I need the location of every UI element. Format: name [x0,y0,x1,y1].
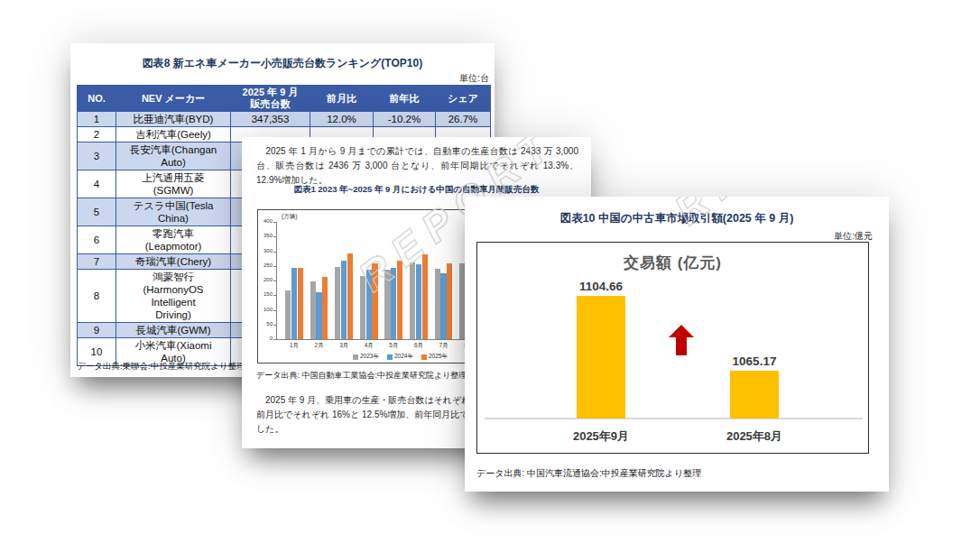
bar-2023年-3月 [335,267,340,339]
table-cell: 長城汽車(GWM) [116,323,231,338]
legend-label: 2023年 [360,353,379,361]
transaction-chart-frame: 交易額 (亿元) 1104.662025年9月1065.172025年8月 [476,242,869,454]
table-cell: 6 [78,226,116,254]
table-cell: 比亜迪汽車(BYD) [116,112,231,127]
y-axis-tick-label: 350 [258,233,273,238]
bar-2024年-5月 [391,268,396,339]
table-cell: 8 [78,270,116,323]
figure10-title: 図表10 中国の中古車市場取引額(2025 年 9 月) [465,211,889,226]
legend-label: 2024年 [394,353,413,361]
legend-swatch [353,354,358,360]
legend-item: 2024年 [387,353,413,361]
report-pages-canvas: 図表8 新エネ車メーカー小売販売台数ランキング(TOP10) 単位:台 NO.N… [0,0,980,552]
bar-2023年-5月 [384,270,390,339]
bar-2023年-4月 [360,276,365,339]
legend-item: 2025年 [421,353,448,361]
legend-swatch [421,354,427,360]
table-header-row: NO.NEV メーカー2025 年 9 月 販売台数前月比前年比シェア [78,86,491,112]
column-header: シェア [436,86,491,112]
bar-2023年-1月 [285,290,291,339]
column-header: 2025 年 9 月 販売台数 [231,86,310,112]
table-cell: 長安汽車(Changan Auto) [116,143,231,170]
table-cell: 吉利汽車(Geely) [116,127,231,143]
table-cell: 2 [78,127,116,143]
bar-category-label: 2025年9月 [542,428,660,445]
bar-2024年-3月 [341,261,347,339]
table-cell: 鴻蒙智行 (HarmonyOS Intelligent Driving) [116,270,231,323]
legend-item: 2023年 [353,353,379,361]
table-cell: 7 [78,254,116,270]
y-axis-tick-label: 200 [258,277,273,282]
increase-arrow-icon [669,325,694,355]
y-axis-tick-label: 0 [258,336,273,341]
column-header: 前年比 [374,86,436,112]
page-used-car-market: REPORT 図表10 中国の中古車市場取引額(2025 年 9 月) 単位:億… [465,197,889,492]
unit-label: 単位:億元 [834,230,873,243]
y-axis-unit-label: (万辆) [282,213,297,221]
summary-paragraph: 2025 年 1 月から 9 月までの累計では、自動車の生産台数は 2433 万… [256,144,578,188]
table-cell: 奇瑞汽車(Chery) [116,254,231,270]
baseline [485,418,863,419]
y-axis-line [276,222,277,339]
table-cell: 26.7% [436,112,491,127]
x-axis-tick-label: 7月 [432,342,456,350]
chart-plot-area: 1104.662025年9月1065.172025年8月 [477,243,868,453]
x-axis-tick-label: 4月 [357,342,381,350]
data-source-note: データ出典: 中国汽車流通協会:中投産業研究院より整理 [476,467,701,480]
data-source-note: データ出典: 中国自動車工業協会:中投産業研究院より整理 [256,370,467,382]
table-cell: 3 [78,143,116,170]
unit-label: 単位:台 [459,72,489,85]
bar-2025年-6月 [422,254,428,339]
bar-2024年-2月 [316,292,321,339]
bar-2025年-2月 [322,277,328,339]
bar-2025年-1月 [298,268,303,339]
bar-2023年-7月 [435,269,440,339]
bar-category-label: 2025年8月 [696,428,813,445]
table-cell: -10.2% [374,112,436,127]
legend-swatch [387,354,393,360]
bar-2024年-7月 [440,273,446,339]
y-axis-tick-label: 50 [258,321,273,327]
table-cell: 零跑汽車 (Leapmotor) [116,226,231,254]
y-axis-tick-label: 250 [258,262,273,268]
bar-2024年-1月 [291,268,297,339]
table-cell: 347,353 [231,112,310,127]
bar-2023年-2月 [310,281,316,339]
bar-2024年-4月 [366,270,372,339]
data-source-note: データ出典:乗聯会:中投産業研究院より整理 [77,361,245,373]
legend-label: 2025年 [429,353,448,361]
x-axis-tick-label: 3月 [332,342,356,350]
y-axis-tick-label: 400 [258,218,273,224]
figure8-title: 図表8 新エネ車メーカー小売販売台数ランキング(TOP10) [70,56,495,71]
bar-2025年-3月 [347,253,353,339]
figure1-title: 図表1 2023 年~2025 年 9 月における中国の自動車月間販売台数 [242,184,591,196]
bar-value-label: 1065.17 [705,354,804,368]
y-axis-tick-label: 300 [258,248,273,253]
y-axis-tick-label: 100 [258,307,273,312]
x-axis-tick-label: 5月 [382,342,405,350]
bar-2024年-6月 [416,264,421,339]
table-cell: 5 [78,198,116,226]
x-axis-tick-label: 6月 [407,342,430,350]
table-row: 1比亜迪汽車(BYD)347,35312.0%-10.2%26.7% [78,112,491,127]
table-header-row: NO.NEV メーカー2025 年 9 月 販売台数前月比前年比シェア [78,86,491,112]
transaction-bar-2025年8月 [730,371,779,419]
bar-2023年-6月 [410,262,415,339]
table-cell: 1 [78,112,116,127]
bar-2025年-5月 [397,261,402,339]
bar-value-label: 1104.66 [551,280,651,293]
chart-legend: 2023年2024年2025年 [353,353,448,361]
table-cell: 9 [78,323,116,338]
table-cell: 12.0% [310,112,374,127]
bar-2025年-7月 [447,263,452,339]
x-axis-tick-label: 1月 [282,342,306,350]
table-cell: 上汽通用五菱 (SGMW) [116,170,231,198]
table-cell: テスラ中国(Tesla China) [116,198,231,226]
column-header: NEV メーカー [116,86,231,112]
x-axis-tick-label: 2月 [308,342,331,350]
transaction-bar-2025年9月 [577,296,625,419]
bar-2025年-4月 [372,263,377,339]
y-axis-tick-label: 150 [258,291,273,297]
column-header: 前月比 [310,86,374,112]
table-cell: 4 [78,170,116,198]
